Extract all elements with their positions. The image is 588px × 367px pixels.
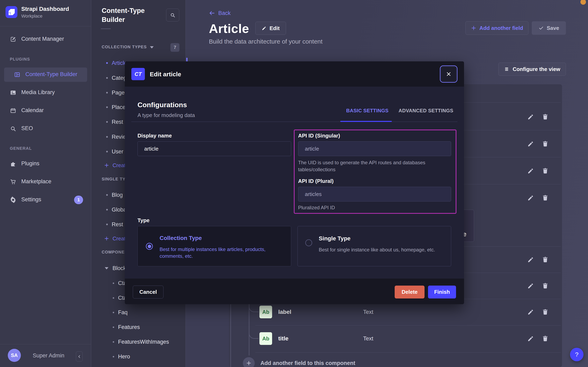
bullet-icon (113, 341, 114, 343)
search-icon (10, 125, 16, 132)
bullet-icon (106, 62, 108, 64)
sidebar-item-content-manager[interactable]: Content Manager (0, 32, 91, 46)
tab-advanced-settings[interactable]: ADVANCED SETTINGS (398, 108, 453, 114)
sidebar-item-content-type-builder[interactable]: Content-Type Builder (4, 67, 87, 82)
field-row[interactable]: Ab label Text (259, 306, 460, 318)
collection-item[interactable]: Place (106, 103, 126, 111)
sidebar-item-seo[interactable]: SEO (0, 122, 91, 136)
collection-types-header[interactable]: COLLECTION TYPES (102, 45, 154, 49)
arrow-left-icon (208, 10, 215, 16)
delete-row-button[interactable] (542, 335, 549, 342)
title-underline (101, 28, 111, 29)
back-link[interactable]: Back (208, 9, 231, 17)
collapse-sidebar-button[interactable] (76, 351, 83, 361)
collection-item[interactable]: Page (106, 89, 124, 96)
component-item[interactable]: Faq (113, 309, 128, 316)
tree-line (230, 304, 231, 367)
bullet-icon (106, 136, 108, 138)
edit-row-button[interactable] (527, 194, 534, 201)
delete-row-button[interactable] (542, 167, 549, 174)
delete-button[interactable]: Delete (395, 286, 424, 299)
collection-item[interactable]: User (106, 148, 123, 155)
chevron-down-icon (105, 267, 108, 269)
add-another-field-button[interactable]: Add another field (465, 21, 529, 35)
search-button[interactable] (166, 8, 179, 21)
api-id-singular-helper: The UID is used to generate the API rout… (298, 159, 449, 173)
collection-item[interactable]: Rest (106, 118, 123, 125)
sidebar-item-label: Media Library (21, 89, 55, 96)
edit-button[interactable]: Edit (255, 22, 286, 35)
delete-row-button[interactable] (542, 282, 549, 289)
edit-row-button[interactable] (527, 167, 534, 174)
collection-type-desc: Best for multiple instances like article… (160, 246, 286, 259)
single-item[interactable]: Blog (106, 191, 123, 199)
edit-row-button[interactable] (527, 140, 534, 147)
avatar[interactable]: SA (8, 349, 21, 362)
api-id-singular-input[interactable]: article (298, 141, 451, 156)
sidebar-item-calendar[interactable]: Calendar (0, 103, 91, 118)
calendar-icon (10, 107, 16, 114)
builder-title: Content-Type Builder (102, 6, 169, 24)
component-item[interactable]: Hero (113, 353, 130, 360)
finish-button[interactable]: Finish (428, 286, 456, 299)
sidebar-item-label: Calendar (21, 107, 44, 114)
api-id-singular-label: API ID (Singular) (298, 133, 340, 139)
delete-row-button[interactable] (542, 256, 549, 263)
sidebar-item-media-library[interactable]: Media Library (0, 85, 91, 100)
api-id-plural-label: API ID (Plural) (298, 178, 333, 184)
cancel-button[interactable]: Cancel (133, 286, 164, 299)
help-button[interactable]: ? (570, 348, 583, 361)
pencil-icon (262, 26, 267, 31)
single-item[interactable]: Global (106, 206, 128, 213)
close-button[interactable] (441, 67, 456, 81)
single-item[interactable]: Rest (106, 221, 123, 228)
collection-type-option[interactable]: Collection Type Best for multiple instan… (138, 226, 291, 266)
collection-item-article[interactable]: Article (106, 59, 127, 67)
bullet-icon (106, 194, 108, 196)
sidebar-item-plugins[interactable]: Plugins (0, 157, 91, 171)
component-item[interactable]: Features (113, 323, 140, 331)
field-row[interactable]: Ab title Text (259, 332, 460, 345)
chevron-down-icon (150, 46, 154, 49)
edit-row-button[interactable] (527, 282, 534, 289)
puzzle-icon (10, 161, 16, 167)
sidebar-item-settings[interactable]: Settings 1 (0, 193, 91, 207)
edit-row-button[interactable] (527, 113, 534, 120)
edit-row-button[interactable] (527, 309, 534, 316)
radio-selected-icon[interactable] (146, 243, 153, 250)
component-item[interactable]: Cta (113, 279, 127, 287)
plus-circle-icon (243, 357, 255, 367)
component-item[interactable]: Cta (113, 294, 127, 301)
sidebar-item-label: Content Manager (21, 36, 64, 42)
app-title: Strapi Dashboard (21, 6, 69, 12)
collection-count-badge: 7 (170, 43, 179, 52)
content-type-builder-icon (14, 71, 20, 78)
bullet-icon (106, 92, 108, 93)
tab-basic-settings[interactable]: BASIC SETTINGS (346, 108, 389, 114)
add-field-to-component-button[interactable]: Add another field to this component (243, 357, 355, 367)
save-button[interactable]: Save (532, 21, 566, 35)
radio-unselected-icon[interactable] (305, 239, 312, 246)
configure-view-button[interactable]: Configure the view (498, 63, 566, 76)
edit-row-button[interactable] (527, 335, 534, 342)
row-actions (527, 335, 549, 342)
single-type-option[interactable]: Single Type Best for single instance lik… (298, 226, 451, 266)
row-actions (527, 113, 549, 120)
sidebar-item-marketplace[interactable]: Marketplace (0, 175, 91, 189)
configurations-subheading: A type for modeling data (138, 112, 195, 118)
component-item[interactable]: FeaturesWithImages (113, 338, 169, 346)
edit-row-button[interactable] (527, 256, 534, 263)
bullet-icon (113, 283, 114, 284)
display-name-input[interactable]: article (138, 141, 291, 156)
delete-row-button[interactable] (542, 113, 549, 120)
plugins-section-label: PLUGINS (10, 57, 30, 62)
configurations-heading: Configurations (138, 101, 187, 109)
delete-row-button[interactable] (542, 140, 549, 147)
delete-row-button[interactable] (542, 309, 549, 316)
active-tab-underline (340, 121, 392, 122)
api-id-plural-input[interactable]: articles (298, 187, 451, 201)
sidebar-item-label: Plugins (21, 160, 40, 167)
delete-row-button[interactable] (542, 194, 549, 201)
plus-icon (246, 360, 252, 366)
close-icon (446, 71, 452, 77)
